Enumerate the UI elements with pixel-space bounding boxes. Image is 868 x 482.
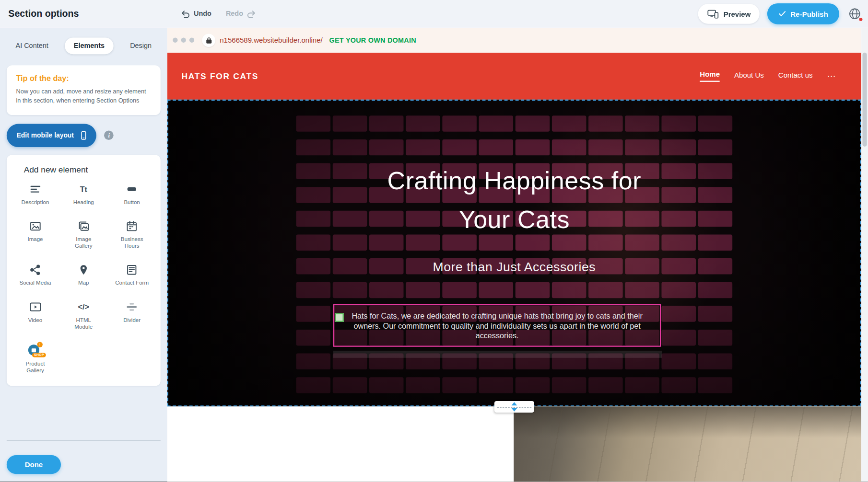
tip-title: Tip of the day: xyxy=(16,74,151,82)
tab-design[interactable]: Design xyxy=(121,37,161,54)
phone-icon xyxy=(79,130,89,141)
contact-form-icon xyxy=(125,263,139,277)
shop-badge: SHOP xyxy=(32,353,46,357)
get-your-own-domain-link[interactable]: GET YOUR OWN DOMAIN xyxy=(329,36,416,44)
element-social-media[interactable]: Social Media xyxy=(11,263,59,287)
check-icon xyxy=(778,11,786,17)
element-heading[interactable]: Tt Heading xyxy=(59,182,108,206)
element-label: Image Gallery xyxy=(67,236,101,250)
element-map[interactable]: Map xyxy=(59,263,108,287)
scrollbar[interactable] xyxy=(861,28,868,482)
site-url: n1566589.websitebuilder.online/ xyxy=(220,36,322,44)
element-description[interactable]: Description xyxy=(11,182,59,206)
description-icon xyxy=(29,182,42,196)
element-drag-handle[interactable] xyxy=(335,313,343,321)
element-label: Social Media xyxy=(19,280,51,287)
divider-icon xyxy=(125,300,139,314)
hero-content: Crafting Happiness for Your Cats More th… xyxy=(168,101,860,405)
site-nav: Home About Us Contact us ⋯ xyxy=(700,70,836,82)
tip-body: Now you can add, move and resize any ele… xyxy=(16,87,151,105)
social-media-icon xyxy=(29,263,42,277)
button-icon xyxy=(125,182,139,196)
element-label: Description xyxy=(22,199,49,206)
edit-mobile-layout-button[interactable]: Edit mobile layout xyxy=(7,124,96,147)
mobile-layout-row: Edit mobile layout i xyxy=(7,124,161,147)
info-icon[interactable]: i xyxy=(104,131,114,140)
element-label: Video xyxy=(28,317,42,323)
element-label: Business Hours xyxy=(115,236,149,250)
add-element-panel: Add new element Description Tt Heading B… xyxy=(7,155,161,386)
image-gallery-icon xyxy=(77,219,90,233)
republish-label: Re-Publish xyxy=(791,10,828,18)
notification-dot xyxy=(859,18,863,21)
hover-row-highlight xyxy=(333,351,662,358)
element-html-module[interactable]: </> HTML Module xyxy=(59,300,108,330)
hero-heading-line2: Your Cats xyxy=(459,205,570,233)
hero-subheading[interactable]: More than Just Accessories xyxy=(168,259,860,274)
element-label: Divider xyxy=(123,317,141,323)
element-label: Contact Form xyxy=(115,280,149,287)
selected-text-element[interactable]: Hats for Cats, we are dedicated to craft… xyxy=(333,304,661,347)
element-button[interactable]: Button xyxy=(108,182,156,206)
tab-ai-content[interactable]: AI Content xyxy=(7,37,57,54)
sidebar-divider xyxy=(7,440,161,441)
window-dot xyxy=(189,37,194,42)
business-hours-icon xyxy=(125,219,139,233)
element-image[interactable]: Image xyxy=(11,219,59,249)
resize-dashed-line xyxy=(497,407,532,407)
section-height-handle[interactable] xyxy=(494,401,534,413)
nav-home[interactable]: Home xyxy=(700,70,720,82)
lock-icon xyxy=(202,34,215,47)
done-button[interactable]: Done xyxy=(7,455,61,474)
video-icon xyxy=(29,300,42,314)
history-controls: Undo Redo xyxy=(180,9,256,19)
element-business-hours[interactable]: Business Hours xyxy=(108,219,156,249)
hero-heading[interactable]: Crafting Happiness for Your Cats xyxy=(168,161,860,239)
element-label: Heading xyxy=(73,199,94,206)
sidebar: AI Content Elements Design Tip of the da… xyxy=(0,28,167,482)
scrollbar-thumb[interactable] xyxy=(862,53,867,147)
element-divider[interactable]: Divider xyxy=(108,300,156,330)
site-header[interactable]: HATS FOR CATS Home About Us Contact us ⋯ xyxy=(167,53,862,100)
shop-arrow-icon: ↑ xyxy=(37,342,43,347)
element-label: HTML Module xyxy=(67,317,101,330)
heading-icon: Tt xyxy=(80,182,87,196)
app: Section options Undo Redo Preview Re-Pub… xyxy=(0,0,868,482)
element-image-gallery[interactable]: Image Gallery xyxy=(59,219,108,249)
window-dot xyxy=(173,37,177,42)
element-video[interactable]: Video xyxy=(11,300,59,330)
topbar: Section options Undo Redo Preview Re-Pub… xyxy=(0,0,868,28)
tab-elements[interactable]: Elements xyxy=(65,37,113,54)
hero-section-selected[interactable]: Crafting Happiness for Your Cats More th… xyxy=(167,100,862,407)
pavement-photo xyxy=(514,406,861,482)
browser-chrome: n1566589.websitebuilder.online/ GET YOUR… xyxy=(167,28,862,53)
element-grid: Description Tt Heading Button Image Imag… xyxy=(11,182,156,374)
element-contact-form[interactable]: Contact Form xyxy=(108,263,156,287)
site-logo[interactable]: HATS FOR CATS xyxy=(182,71,258,81)
nav-contact-us[interactable]: Contact us xyxy=(778,71,813,81)
element-product-gallery[interactable]: ↑ SHOP Product Gallery xyxy=(11,344,59,374)
republish-button[interactable]: Re-Publish xyxy=(767,3,839,24)
window-dots xyxy=(173,37,194,42)
edit-mobile-layout-label: Edit mobile layout xyxy=(17,132,74,139)
element-label: Map xyxy=(78,280,89,287)
resize-arrow-up-icon xyxy=(512,402,517,405)
topbar-actions: Preview Re-Publish xyxy=(698,3,868,24)
preview-button[interactable]: Preview xyxy=(698,4,760,24)
window-dot xyxy=(181,37,186,42)
resize-arrow-down-icon xyxy=(512,408,517,412)
tip-card: Tip of the day: Now you can add, move an… xyxy=(7,65,161,115)
hero-paragraph: Hats for Cats, we are dedicated to craft… xyxy=(340,310,655,340)
sidebar-tabs: AI Content Elements Design xyxy=(7,37,161,54)
language-globe-icon[interactable] xyxy=(847,6,862,22)
preview-label: Preview xyxy=(724,10,751,18)
nav-more-icon[interactable]: ⋯ xyxy=(827,71,836,80)
element-label: Button xyxy=(124,199,140,206)
product-gallery-icon: ↑ SHOP xyxy=(28,344,42,358)
undo-button[interactable]: Undo xyxy=(180,9,211,19)
nav-about-us[interactable]: About Us xyxy=(734,71,764,81)
redo-button[interactable]: Redo xyxy=(226,9,257,19)
next-section[interactable] xyxy=(167,406,862,482)
map-pin-icon xyxy=(77,263,90,277)
html-module-icon: </> xyxy=(78,300,89,314)
